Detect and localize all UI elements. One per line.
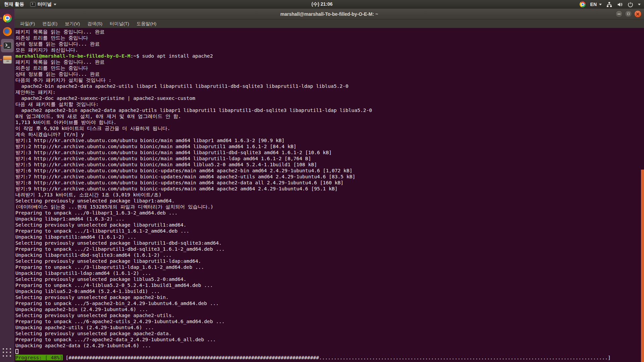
terminal-line: Preparing to unpack .../0-libapr1_1.6.3-… xyxy=(15,210,644,216)
chrome-tray-icon[interactable] xyxy=(580,1,586,7)
terminal-line: Selecting previously unselected package … xyxy=(15,258,644,264)
running-indicator xyxy=(0,45,2,46)
terminal-scrollbar[interactable] xyxy=(641,170,644,362)
app-menu-label: 터미널 xyxy=(38,1,52,7)
gnome-top-bar: 현재 활동 터미널 (수) 21:06 EN xyxy=(0,0,644,9)
terminal-icon xyxy=(3,42,12,49)
terminal-line: Preparing to unpack .../4-liblua5.2-0_5.… xyxy=(15,282,644,288)
menu-item-2[interactable]: 보기(V) xyxy=(61,20,84,28)
terminal-line: 다음의 추가 패키지가 설치될 것입니다 : xyxy=(15,77,644,83)
running-indicator xyxy=(0,59,2,60)
menu-item-4[interactable]: 터미널(T) xyxy=(106,20,133,28)
terminal-line: 받기:6 http://kr.archive.ubuntu.com/ubuntu… xyxy=(15,168,644,174)
terminal-line: 의존성 트리를 만드는 중입니다 xyxy=(15,65,644,71)
chevron-down-icon xyxy=(54,4,56,5)
terminal-line: Unpacking libaprutil1-ldap:amd64 (1.6.1-… xyxy=(15,270,644,276)
terminal-line: apache2-doc apache2-suexec-pristine | ap… xyxy=(15,95,644,101)
minimize-button[interactable] xyxy=(615,10,623,17)
terminal-line: 제안하는 패키지: xyxy=(15,89,644,95)
terminal-line: Preparing to unpack .../2-libaprutil1-db… xyxy=(15,246,644,252)
terminal-prompt-line: marshall@marshall-To-be-filled-by-O-E-M:… xyxy=(15,53,644,59)
chevron-down-icon[interactable] xyxy=(638,4,641,5)
window-title: marshall@marshall-To-be-filled-by-O-E-M:… xyxy=(280,11,378,17)
terminal-line: Unpacking apache2-bin (2.4.29-1ubuntu4.6… xyxy=(15,306,644,312)
progress-bar: [#######################################… xyxy=(63,355,611,360)
prompt-user-host: marshall@marshall-To-be-filled-by-O-E-M xyxy=(15,53,130,59)
network-wired-icon[interactable] xyxy=(606,2,612,7)
terminal-line: Preparing to unpack .../3-libaprutil1-ld… xyxy=(15,264,644,270)
terminal-window: marshall@marshall-To-be-filled-by-O-E-M:… xyxy=(14,9,644,362)
firefox-icon xyxy=(3,27,12,36)
terminal-line: 의존성 트리를 만드는 중입니다 xyxy=(15,35,644,41)
terminal-line: Preparing to unpack .../1-libaprutil1_1.… xyxy=(15,228,644,234)
dock-item-files[interactable] xyxy=(2,54,13,65)
terminal-line: 다음 새 패키지를 설치할 것입니다: xyxy=(15,101,644,107)
clock[interactable]: (수) 21:06 xyxy=(311,1,332,7)
activities-button[interactable]: 현재 활동 xyxy=(4,1,24,7)
power-icon[interactable] xyxy=(628,2,633,7)
menu-item-0[interactable]: 파일(F) xyxy=(16,20,39,28)
terminal-line: Unpacking libaprutil1:amd64 (1.6.1-2) ..… xyxy=(15,234,644,240)
terminal-icon xyxy=(30,2,36,7)
terminal-line: Unpacking apache2-data (2.4.29-1ubuntu4.… xyxy=(15,343,644,349)
typed-command: sudo apt install apache2 xyxy=(139,53,213,59)
language-menu[interactable]: EN xyxy=(590,2,602,7)
volume-icon[interactable] xyxy=(617,2,623,7)
language-label: EN xyxy=(590,2,597,7)
terminal-line: 내려받기 1,713 k바이트, 소요시간 1초 (3,019 k바이트/초) xyxy=(15,192,644,198)
terminal-line: 받기:4 http://kr.archive.ubuntu.com/ubuntu… xyxy=(15,156,644,162)
menu-item-1[interactable]: 편집(E) xyxy=(39,20,61,28)
window-titlebar[interactable]: marshall@marshall-To-be-filled-by-O-E-M:… xyxy=(14,9,644,19)
terminal-line: Selecting previously unselected package … xyxy=(15,198,644,204)
terminal-line: 받기:9 http://kr.archive.ubuntu.com/ubuntu… xyxy=(15,186,644,192)
chrome-icon xyxy=(3,14,12,22)
apt-progress-line: Progress: [ 48%] [######################… xyxy=(15,355,644,361)
terminal-line: 받기:8 http://kr.archive.ubuntu.com/ubuntu… xyxy=(15,180,644,186)
terminal-line: 1,713 k바이트 아카이브를 받아야 합니다. xyxy=(15,119,644,125)
terminal-line: apache2-bin apache2-data apache2-utils l… xyxy=(15,83,644,89)
terminal-line: (데이터베이스 읽는중 ...현재 153285개의 파일과 디렉터리가 설치되… xyxy=(15,204,644,210)
dock-item-firefox[interactable] xyxy=(2,26,13,37)
terminal-line: Unpacking libapr1:amd64 (1.6.3-2) ... xyxy=(15,216,644,222)
file-manager-icon xyxy=(3,56,12,64)
terminal-line: 0개 업그레이드, 9개 새로 설치, 0개 제거 및 0개 업그레이드 안 함… xyxy=(15,113,644,119)
progress-percent-badge: Progress: [ 48%] xyxy=(15,355,63,360)
terminal-line: Selecting previously unselected package … xyxy=(15,294,644,300)
terminal-line: 받기:1 http://kr.archive.ubuntu.com/ubuntu… xyxy=(15,137,644,143)
maximize-button[interactable] xyxy=(625,10,632,17)
terminal-line: 받기:7 http://kr.archive.ubuntu.com/ubuntu… xyxy=(15,174,644,180)
terminal-line: Unpacking apache2-utils (2.4.29-1ubuntu4… xyxy=(15,324,644,330)
terminal-cursor xyxy=(15,349,18,354)
menu-item-3[interactable]: 검색(S) xyxy=(84,20,106,28)
terminal-line: Preparing to unpack .../6-apache2-utils_… xyxy=(15,318,644,324)
terminal-line: Preparing to unpack .../7-apache2-data_2… xyxy=(15,337,644,343)
terminal-line: 이 작업 후 6,920 k바이트의 디스크 공간을 더 사용하게 됩니다. xyxy=(15,125,644,131)
show-applications-button[interactable] xyxy=(3,348,12,357)
terminal-line: Unpacking libaprutil1-dbd-sqlite3:amd64 … xyxy=(15,252,644,258)
terminal-line: 패키지 목록을 읽는 중입니다... 완료 xyxy=(15,29,644,35)
chevron-down-icon xyxy=(599,4,602,5)
menu-bar: 파일(F)편집(E)보기(V)검색(S)터미널(T)도움말(H) xyxy=(14,19,644,28)
terminal-line: 패키지 목록을 읽는 중입니다... 완료 xyxy=(15,59,644,65)
terminal-line: Preparing to unpack .../5-apache2-bin_2.… xyxy=(15,300,644,306)
terminal-line: Selecting previously unselected package … xyxy=(15,312,644,318)
terminal-cursor-line xyxy=(15,349,644,355)
terminal-screen[interactable]: 패키지 목록을 읽는 중입니다... 완료의존성 트리를 만드는 중입니다상태 … xyxy=(14,28,644,362)
app-menu-terminal[interactable]: 터미널 xyxy=(30,1,56,7)
terminal-output: 패키지 목록을 읽는 중입니다... 완료의존성 트리를 만드는 중입니다상태 … xyxy=(15,29,644,361)
terminal-line: Selecting previously unselected package … xyxy=(15,330,644,337)
terminal-line: 받기:2 http://kr.archive.ubuntu.com/ubuntu… xyxy=(15,143,644,149)
ubuntu-dock xyxy=(0,9,14,362)
dock-item-terminal[interactable] xyxy=(2,40,13,51)
terminal-line: Selecting previously unselected package … xyxy=(15,240,644,246)
terminal-line: apache2 apache2-bin apache2-data apache2… xyxy=(15,107,644,113)
close-button[interactable] xyxy=(634,10,641,17)
terminal-line: 상태 정보를 읽는 중입니다... 완료 xyxy=(15,41,644,47)
terminal-line: Selecting previously unselected package … xyxy=(15,222,644,228)
prompt-separator: :~$ xyxy=(130,53,139,59)
menu-item-5[interactable]: 도움말(H) xyxy=(133,20,160,28)
terminal-line: Selecting previously unselected package … xyxy=(15,276,644,282)
dock-item-chrome[interactable] xyxy=(2,13,13,23)
terminal-line: 받기:5 http://kr.archive.ubuntu.com/ubuntu… xyxy=(15,162,644,168)
terminal-line: 상태 정보를 읽는 중입니다... 완료 xyxy=(15,71,644,77)
